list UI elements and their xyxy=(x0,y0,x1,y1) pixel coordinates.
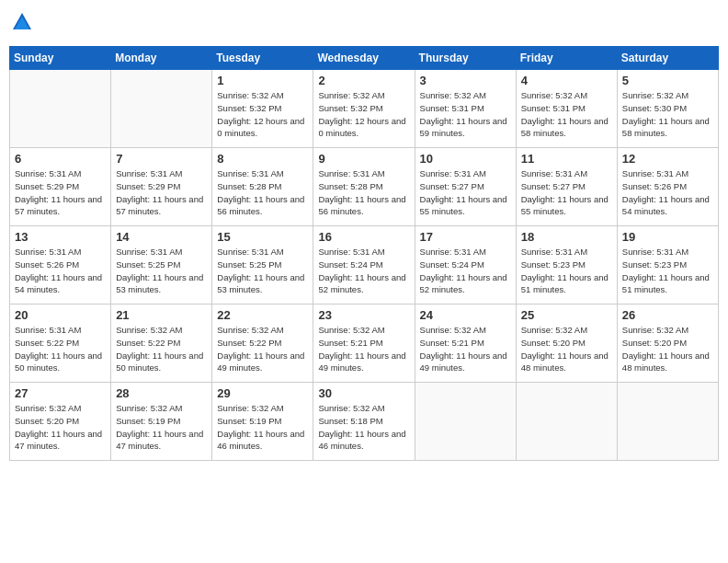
week-row-1: 1Sunrise: 5:32 AM Sunset: 5:32 PM Daylig… xyxy=(10,70,719,148)
day-info: Sunrise: 5:31 AM Sunset: 5:28 PM Dayligh… xyxy=(217,167,308,218)
day-info: Sunrise: 5:32 AM Sunset: 5:30 PM Dayligh… xyxy=(622,89,713,140)
calendar-cell: 3Sunrise: 5:32 AM Sunset: 5:31 PM Daylig… xyxy=(415,70,516,148)
calendar-cell xyxy=(415,383,516,461)
day-info: Sunrise: 5:32 AM Sunset: 5:31 PM Dayligh… xyxy=(420,89,511,140)
calendar-cell: 9Sunrise: 5:31 AM Sunset: 5:28 PM Daylig… xyxy=(313,148,415,226)
day-number: 9 xyxy=(318,152,409,166)
day-number: 12 xyxy=(622,152,713,166)
calendar-cell: 17Sunrise: 5:31 AM Sunset: 5:24 PM Dayli… xyxy=(415,226,516,304)
day-number: 13 xyxy=(15,230,106,244)
calendar-cell: 5Sunrise: 5:32 AM Sunset: 5:30 PM Daylig… xyxy=(617,70,718,148)
day-number: 24 xyxy=(420,308,511,322)
day-info: Sunrise: 5:31 AM Sunset: 5:28 PM Dayligh… xyxy=(318,167,409,218)
day-info: Sunrise: 5:31 AM Sunset: 5:29 PM Dayligh… xyxy=(15,167,106,218)
day-number: 2 xyxy=(318,74,409,87)
logo-icon xyxy=(9,9,35,39)
week-row-3: 13Sunrise: 5:31 AM Sunset: 5:26 PM Dayli… xyxy=(10,226,719,304)
day-number: 6 xyxy=(15,152,106,166)
calendar-cell xyxy=(516,383,617,461)
day-info: Sunrise: 5:32 AM Sunset: 5:21 PM Dayligh… xyxy=(420,324,511,374)
calendar-cell xyxy=(617,383,718,461)
day-info: Sunrise: 5:31 AM Sunset: 5:24 PM Dayligh… xyxy=(420,246,511,296)
day-number: 26 xyxy=(622,308,713,322)
day-info: Sunrise: 5:32 AM Sunset: 5:20 PM Dayligh… xyxy=(622,324,713,374)
day-number: 10 xyxy=(420,152,511,166)
calendar-cell: 11Sunrise: 5:31 AM Sunset: 5:27 PM Dayli… xyxy=(516,148,617,226)
day-header-wednesday: Wednesday xyxy=(313,47,415,70)
day-number: 30 xyxy=(318,386,409,400)
day-number: 14 xyxy=(116,230,207,244)
calendar-cell: 23Sunrise: 5:32 AM Sunset: 5:21 PM Dayli… xyxy=(313,304,415,383)
calendar-cell: 12Sunrise: 5:31 AM Sunset: 5:26 PM Dayli… xyxy=(617,148,718,226)
calendar-cell: 15Sunrise: 5:31 AM Sunset: 5:25 PM Dayli… xyxy=(212,226,313,304)
calendar-cell: 14Sunrise: 5:31 AM Sunset: 5:25 PM Dayli… xyxy=(111,226,212,304)
day-number: 17 xyxy=(420,230,511,244)
day-info: Sunrise: 5:32 AM Sunset: 5:20 PM Dayligh… xyxy=(15,402,106,453)
logo xyxy=(9,9,39,39)
day-info: Sunrise: 5:32 AM Sunset: 5:32 PM Dayligh… xyxy=(217,89,308,140)
day-number: 11 xyxy=(521,152,612,166)
day-number: 5 xyxy=(622,74,713,87)
day-info: Sunrise: 5:31 AM Sunset: 5:29 PM Dayligh… xyxy=(116,167,207,218)
calendar-cell: 2Sunrise: 5:32 AM Sunset: 5:32 PM Daylig… xyxy=(313,70,415,148)
calendar-cell: 25Sunrise: 5:32 AM Sunset: 5:20 PM Dayli… xyxy=(516,304,617,383)
calendar-cell: 19Sunrise: 5:31 AM Sunset: 5:23 PM Dayli… xyxy=(617,226,718,304)
day-number: 4 xyxy=(521,74,612,87)
day-header-saturday: Saturday xyxy=(617,47,718,70)
day-info: Sunrise: 5:32 AM Sunset: 5:22 PM Dayligh… xyxy=(116,324,207,374)
day-info: Sunrise: 5:32 AM Sunset: 5:31 PM Dayligh… xyxy=(521,89,612,140)
day-number: 23 xyxy=(318,308,409,322)
calendar-cell: 22Sunrise: 5:32 AM Sunset: 5:22 PM Dayli… xyxy=(212,304,313,383)
day-number: 3 xyxy=(420,74,511,87)
day-header-sunday: Sunday xyxy=(10,47,111,70)
calendar-cell: 6Sunrise: 5:31 AM Sunset: 5:29 PM Daylig… xyxy=(10,148,111,226)
week-row-2: 6Sunrise: 5:31 AM Sunset: 5:29 PM Daylig… xyxy=(10,148,719,226)
calendar-cell: 16Sunrise: 5:31 AM Sunset: 5:24 PM Dayli… xyxy=(313,226,415,304)
day-info: Sunrise: 5:31 AM Sunset: 5:22 PM Dayligh… xyxy=(15,324,106,374)
day-number: 8 xyxy=(217,152,308,166)
day-info: Sunrise: 5:32 AM Sunset: 5:22 PM Dayligh… xyxy=(217,324,308,374)
calendar-cell: 28Sunrise: 5:32 AM Sunset: 5:19 PM Dayli… xyxy=(111,383,212,461)
week-row-5: 27Sunrise: 5:32 AM Sunset: 5:20 PM Dayli… xyxy=(10,383,719,461)
day-number: 1 xyxy=(217,74,308,87)
day-info: Sunrise: 5:31 AM Sunset: 5:23 PM Dayligh… xyxy=(622,246,713,296)
calendar-cell: 27Sunrise: 5:32 AM Sunset: 5:20 PM Dayli… xyxy=(10,383,111,461)
day-header-monday: Monday xyxy=(111,47,212,70)
calendar-cell: 8Sunrise: 5:31 AM Sunset: 5:28 PM Daylig… xyxy=(212,148,313,226)
day-number: 25 xyxy=(521,308,612,322)
header xyxy=(9,9,719,39)
day-header-friday: Friday xyxy=(516,47,617,70)
day-number: 19 xyxy=(622,230,713,244)
day-info: Sunrise: 5:31 AM Sunset: 5:27 PM Dayligh… xyxy=(420,167,511,218)
calendar-cell xyxy=(10,70,111,148)
day-number: 18 xyxy=(521,230,612,244)
calendar-cell: 24Sunrise: 5:32 AM Sunset: 5:21 PM Dayli… xyxy=(415,304,516,383)
day-number: 21 xyxy=(116,308,207,322)
day-info: Sunrise: 5:31 AM Sunset: 5:25 PM Dayligh… xyxy=(116,246,207,296)
calendar-cell: 21Sunrise: 5:32 AM Sunset: 5:22 PM Dayli… xyxy=(111,304,212,383)
calendar-cell xyxy=(111,70,212,148)
day-header-thursday: Thursday xyxy=(415,47,516,70)
day-number: 20 xyxy=(15,308,106,322)
day-info: Sunrise: 5:32 AM Sunset: 5:19 PM Dayligh… xyxy=(116,402,207,453)
day-info: Sunrise: 5:31 AM Sunset: 5:25 PM Dayligh… xyxy=(217,246,308,296)
calendar-cell: 26Sunrise: 5:32 AM Sunset: 5:20 PM Dayli… xyxy=(617,304,718,383)
calendar-cell: 7Sunrise: 5:31 AM Sunset: 5:29 PM Daylig… xyxy=(111,148,212,226)
day-number: 27 xyxy=(15,386,106,400)
calendar: SundayMondayTuesdayWednesdayThursdayFrid… xyxy=(9,46,719,461)
day-number: 29 xyxy=(217,386,308,400)
day-info: Sunrise: 5:32 AM Sunset: 5:20 PM Dayligh… xyxy=(521,324,612,374)
calendar-cell: 1Sunrise: 5:32 AM Sunset: 5:32 PM Daylig… xyxy=(212,70,313,148)
day-info: Sunrise: 5:31 AM Sunset: 5:26 PM Dayligh… xyxy=(622,167,713,218)
calendar-cell: 29Sunrise: 5:32 AM Sunset: 5:19 PM Dayli… xyxy=(212,383,313,461)
day-info: Sunrise: 5:31 AM Sunset: 5:26 PM Dayligh… xyxy=(15,246,106,296)
day-number: 28 xyxy=(116,386,207,400)
day-info: Sunrise: 5:31 AM Sunset: 5:27 PM Dayligh… xyxy=(521,167,612,218)
day-info: Sunrise: 5:31 AM Sunset: 5:24 PM Dayligh… xyxy=(318,246,409,296)
day-number: 16 xyxy=(318,230,409,244)
day-info: Sunrise: 5:32 AM Sunset: 5:21 PM Dayligh… xyxy=(318,324,409,374)
week-row-4: 20Sunrise: 5:31 AM Sunset: 5:22 PM Dayli… xyxy=(10,304,719,383)
day-number: 15 xyxy=(217,230,308,244)
day-number: 7 xyxy=(116,152,207,166)
calendar-cell: 13Sunrise: 5:31 AM Sunset: 5:26 PM Dayli… xyxy=(10,226,111,304)
